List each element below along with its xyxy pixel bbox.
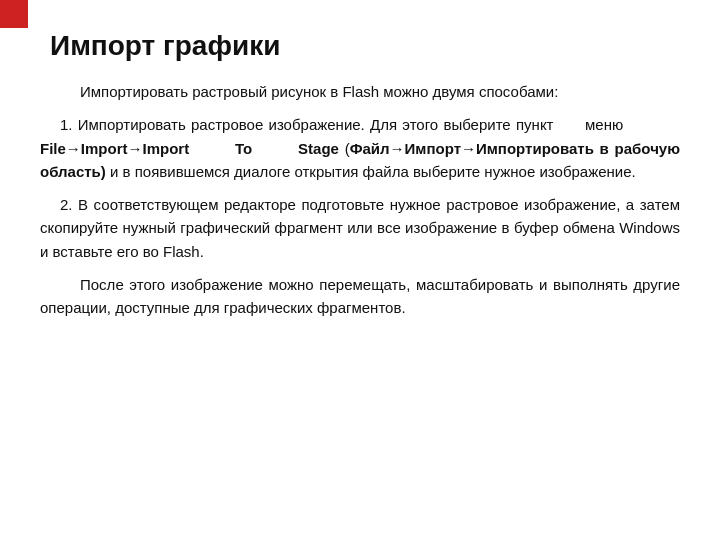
page-title: Импорт графики [40, 30, 680, 62]
red-square-decoration [0, 0, 28, 28]
paragraph-item1: 1. Импортировать растровое изображение. … [40, 113, 680, 183]
paragraph-item2: 2. В соответствующем редакторе подготовь… [40, 193, 680, 263]
content-area: Импортировать растровый рисунок в Flash … [40, 80, 680, 319]
paragraph-outro: После этого изображение можно перемещать… [40, 273, 680, 320]
menu-path-en: File→Import→Import To Stage [40, 140, 339, 157]
page: Импорт графики Импортировать растровый р… [0, 0, 720, 540]
paragraph-intro: Импортировать растровый рисунок в Flash … [40, 80, 680, 103]
